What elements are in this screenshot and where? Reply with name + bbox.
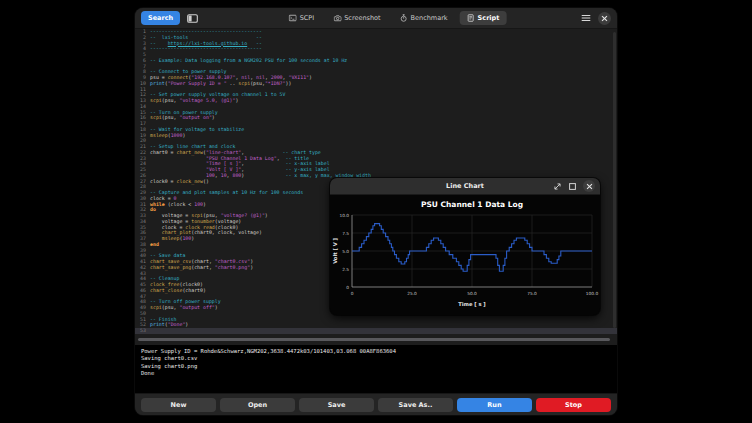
tab-scpi[interactable]: SCPI [282,11,322,25]
line-number: 53 [135,328,150,334]
tab-label: Screenshot [344,14,380,22]
x-axis-label: Time [ s ] [458,301,486,307]
code-text: scpi(psu, "output on") [150,115,215,121]
line-chart-window: Line Chart 025.050.075.0100.002.55.07.51… [330,178,600,315]
maximize-icon[interactable] [568,182,577,191]
open-button[interactable]: Open [220,398,295,412]
console-output: Power Supply ID = Rohde&Schwarz,NGM202,3… [135,345,617,393]
code-text: -- Example: Data logging from a NGM202 P… [150,58,347,64]
code-text: scpi(psu, "output off") [150,305,218,311]
chart-title: PSU Channel 1 Data Log [421,200,523,209]
camera-icon [333,14,341,22]
x-tick-label: 75.0 [527,291,537,296]
stop-button[interactable]: Stop [536,398,611,412]
chart-window-controls [553,180,600,192]
chart-window-titlebar[interactable]: Line Chart [330,178,600,195]
code-text: msleep(1000) [150,133,185,139]
code-line[interactable]: 53 [135,328,617,334]
tab-screenshot[interactable]: Screenshot [326,11,387,25]
code-text: print("Power Supply ID = " .. scpi(psu,"… [150,81,291,87]
panel-toggle-icon[interactable] [187,14,198,23]
tab-script[interactable]: Script [460,11,507,25]
tab-strip: SCPIScreenshotBenchmarkScript [282,11,507,25]
close-icon[interactable] [598,12,611,25]
tab-benchmark[interactable]: Benchmark [393,11,455,25]
y-tick-label: 2.5 [342,267,349,272]
run-button[interactable]: Run [457,398,532,412]
tab-label: SCPI [300,14,315,22]
save-button[interactable]: Save [299,398,374,412]
tab-label: Benchmark [411,14,448,22]
code-text: print("Done") [150,322,188,328]
code-text: scpi(psu, "voltage 5.0, (@1)") [150,98,238,104]
new-button[interactable]: New [141,398,216,412]
terminal-icon [289,14,297,22]
y-tick-label: 5.0 [342,249,349,254]
stopwatch-icon [400,14,408,22]
vertical-scrollbar[interactable] [613,32,616,328]
menu-icon[interactable] [581,14,591,22]
save-as-button[interactable]: Save As.. [378,398,453,412]
code-text: chart_save_png(chart, "chart0.png") [150,265,253,271]
y-tick-label: 0 [346,285,349,290]
y-axis-label: Volt [ V ] [332,238,338,264]
code-text: while (clock < 100) [150,202,206,208]
document-icon [467,14,475,22]
psu-chart: 025.050.075.0100.002.55.07.510.0PSU Chan… [330,195,600,315]
console-line: Saving chart0.png [141,363,611,370]
x-tick-label: 50.0 [467,291,477,296]
horizontal-scrollbar[interactable] [138,338,610,341]
x-tick-label: 0 [351,291,354,296]
x-tick-label: 100.0 [586,291,599,296]
y-tick-label: 7.5 [342,231,349,236]
header-controls [581,12,611,25]
x-tick-label: 25.0 [407,291,417,296]
code-text: end [150,242,159,248]
console-line: Saving chart0.csv [141,355,611,362]
chart-close-icon[interactable] [583,180,595,192]
code-text: -------------------------------------- [150,46,262,52]
expand-icon[interactable] [553,182,562,191]
console-line: Done [141,370,611,377]
y-tick-label: 10.0 [339,213,349,218]
code-text: chart_close(chart0) [150,288,206,294]
search-button[interactable]: Search [141,11,180,25]
headerbar: Search SCPIScreenshotBenchmarkScript [135,8,617,29]
tab-label: Script [478,14,500,22]
action-bar: NewOpenSaveSave As..RunStop [135,393,617,415]
console-line: Power Supply ID = Rohde&Schwarz,NGM202,3… [141,348,611,355]
code-text: clock0 = clock_new() [150,179,209,185]
